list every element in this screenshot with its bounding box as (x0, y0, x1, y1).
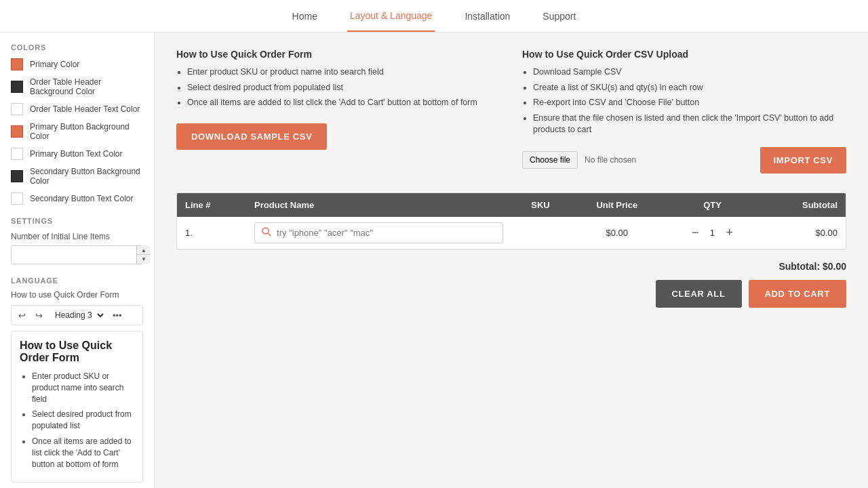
primary-btn-text-swatch[interactable] (11, 148, 23, 160)
subtotal-text: Subtotal: $0.00 (778, 261, 846, 272)
color-primary-btn-bg: Primary Button Background Color (11, 122, 143, 141)
how-to-label: How to use Quick Order Form (11, 290, 143, 300)
info-row: How to Use Quick Order Form Enter produc… (176, 49, 846, 174)
csv-item-1: Download Sample CSV (533, 66, 846, 79)
color-order-header-bg: Order Table Header Background Color (11, 77, 143, 96)
row-subtotal: $0.00 (760, 217, 846, 249)
qty-decrease-button[interactable]: − (692, 226, 699, 239)
color-secondary-btn-text: Secondary Button Text Color (11, 192, 143, 205)
quick-order-panel: How to Use Quick Order Form Enter produc… (176, 49, 500, 174)
spinner-buttons: ▲ ▼ (136, 246, 151, 264)
no-file-text: No file chosen (585, 155, 636, 165)
primary-color-swatch[interactable] (11, 58, 23, 70)
clear-all-button[interactable]: CLEAR ALL (656, 280, 742, 308)
line-items-input[interactable]: 1 (12, 246, 136, 264)
order-table-wrapper: Line # Product Name SKU Unit Price QTY S… (176, 192, 846, 250)
editor-title: How to Use Quick Order Form (20, 340, 134, 364)
layout: COLORS Primary Color Order Table Header … (0, 33, 868, 488)
csv-item-2: Create a list of SKU(s) and qty(s) in ea… (533, 82, 846, 94)
order-header-text-label: Order Table Header Text Color (30, 104, 140, 114)
action-buttons: CLEAR ALL ADD TO CART (656, 280, 847, 308)
primary-btn-text-label: Primary Button Text Color (30, 149, 123, 159)
redo-button[interactable]: ↪ (33, 309, 45, 322)
line-items-label: Number of Initial Line Items (11, 232, 143, 241)
quick-item-3: Once all items are added to list click t… (187, 97, 500, 109)
tab-installation[interactable]: Installation (462, 1, 513, 31)
top-nav: Home Layout & Language Installation Supp… (0, 0, 868, 33)
quick-order-title: How to Use Quick Order Form (176, 49, 500, 60)
spinner-up[interactable]: ▲ (137, 246, 151, 255)
quick-order-list: Enter product SKU or product name into s… (176, 66, 500, 109)
language-title: LANGUAGE (11, 277, 143, 285)
search-icon (262, 227, 271, 239)
col-qty: QTY (665, 193, 760, 217)
language-section: LANGUAGE How to use Quick Order Form ↩ ↪… (11, 277, 143, 483)
col-subtotal: Subtotal (760, 193, 846, 217)
row-qty-cell: − 1 + (665, 217, 760, 249)
csv-upload-row: Choose file No file chosen IMPORT CSV (522, 147, 846, 174)
svg-line-1 (269, 233, 271, 236)
primary-btn-bg-swatch[interactable] (11, 125, 23, 138)
csv-upload-list: Download Sample CSV Create a list of SKU… (522, 66, 846, 136)
row-sku (511, 217, 569, 249)
download-sample-csv-button[interactable]: DOWNLOAD SAMPLE CSV (176, 123, 327, 150)
main-content: How to Use Quick Order Form Enter produc… (155, 33, 868, 488)
col-sku: SKU (511, 193, 569, 217)
qty-value: 1 (705, 228, 719, 238)
more-options-button[interactable]: ••• (110, 309, 125, 322)
product-search-input[interactable] (277, 228, 496, 238)
color-secondary-btn-bg: Secondary Button Background Color (11, 167, 143, 186)
secondary-btn-text-swatch[interactable] (11, 192, 23, 205)
editor-list: Enter product SKU or product name into s… (20, 371, 134, 470)
settings-section: SETTINGS Number of Initial Line Items 1 … (11, 217, 143, 264)
bottom-row: Subtotal: $0.00 CLEAR ALL ADD TO CART (176, 261, 846, 308)
line-items-spinner: 1 ▲ ▼ (11, 245, 143, 264)
quick-item-2: Select desired product from populated li… (187, 82, 500, 94)
quick-item-1: Enter product SKU or product name into s… (187, 66, 500, 79)
primary-color-label: Primary Color (30, 60, 79, 69)
editor-item-2: Select desired product from populated li… (32, 409, 134, 432)
qty-control: − 1 + (673, 226, 752, 239)
table-header-row: Line # Product Name SKU Unit Price QTY S… (177, 193, 846, 217)
order-header-bg-swatch[interactable] (11, 81, 23, 93)
choose-file-button[interactable]: Choose file (522, 151, 578, 169)
secondary-btn-text-label: Secondary Button Text Color (30, 194, 134, 203)
editor-item-1: Enter product SKU or product name into s… (32, 371, 134, 405)
color-order-header-text: Order Table Header Text Color (11, 103, 143, 115)
editor-toolbar: ↩ ↪ Heading 3 ••• (11, 305, 143, 325)
col-product: Product Name (246, 193, 511, 217)
row-line-num: 1. (177, 217, 246, 249)
product-search-cell (254, 222, 503, 243)
import-csv-button[interactable]: IMPORT CSV (760, 147, 846, 174)
csv-item-4: Ensure that the file chosen is listed an… (533, 113, 846, 136)
order-header-bg-label: Order Table Header Background Color (30, 77, 143, 96)
add-to-cart-button[interactable]: ADD TO CART (749, 280, 846, 308)
spinner-down[interactable]: ▼ (137, 255, 151, 264)
undo-button[interactable]: ↩ (16, 309, 28, 322)
qty-increase-button[interactable]: + (726, 226, 733, 239)
table-row: 1. (177, 217, 846, 249)
settings-title: SETTINGS (11, 217, 143, 225)
editor-content: How to Use Quick Order Form Enter produc… (11, 331, 143, 483)
secondary-btn-bg-swatch[interactable] (11, 170, 23, 182)
csv-upload-panel: How to Use Quick Order CSV Upload Downlo… (522, 49, 846, 174)
editor-item-3: Once all items are added to list click t… (32, 436, 134, 470)
order-table: Line # Product Name SKU Unit Price QTY S… (177, 193, 846, 249)
color-primary: Primary Color (11, 58, 143, 70)
col-line: Line # (177, 193, 246, 217)
tab-layout[interactable]: Layout & Language (347, 1, 435, 32)
primary-btn-bg-label: Primary Button Background Color (30, 122, 143, 141)
svg-point-0 (262, 228, 269, 234)
color-primary-btn-text: Primary Button Text Color (11, 148, 143, 160)
tab-support[interactable]: Support (540, 1, 578, 31)
row-unit-price: $0.00 (570, 217, 665, 249)
order-header-text-swatch[interactable] (11, 103, 23, 115)
colors-title: COLORS (11, 43, 143, 52)
col-unit-price: Unit Price (570, 193, 665, 217)
csv-upload-title: How to Use Quick Order CSV Upload (522, 49, 846, 60)
heading-select[interactable]: Heading 3 (50, 308, 106, 322)
sidebar: COLORS Primary Color Order Table Header … (0, 33, 155, 488)
tab-home[interactable]: Home (290, 1, 320, 31)
secondary-btn-bg-label: Secondary Button Background Color (30, 167, 143, 186)
csv-item-3: Re-export into CSV and 'Choose File' but… (533, 97, 846, 109)
